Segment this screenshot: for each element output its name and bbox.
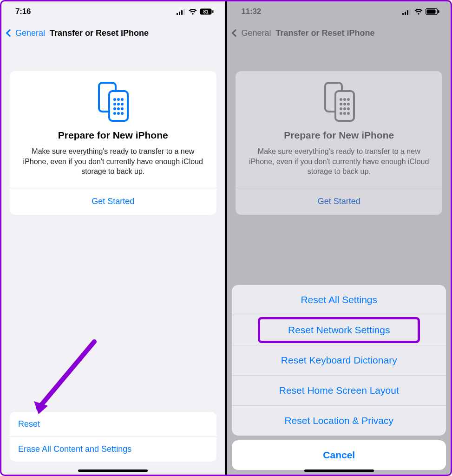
svg-point-38 [347,107,350,110]
phone-left: 7:16 81 General Transfer or Reset iPhone [1,1,225,475]
battery-icon [426,8,439,15]
svg-point-8 [113,98,116,101]
transfer-icon [320,82,359,121]
card-description: Make sure everything's ready to transfer… [245,146,433,177]
svg-point-36 [340,107,342,110]
svg-point-15 [117,107,120,110]
svg-rect-23 [407,10,408,15]
svg-rect-3 [183,9,185,15]
action-sheet: Reset All SettingsReset Network Settings… [232,285,446,470]
svg-rect-29 [335,91,354,121]
svg-rect-27 [438,10,439,13]
page-title: Transfer or Reset iPhone [276,28,375,38]
svg-rect-1 [179,12,180,15]
svg-point-31 [343,98,346,101]
svg-point-16 [121,107,124,110]
svg-rect-7 [109,91,128,121]
card-description: Make sure everything's ready to transfer… [19,146,207,177]
svg-point-35 [347,103,350,106]
sheet-option-2[interactable]: Reset Keyboard Dictionary [232,345,446,375]
page-title: Transfer or Reset iPhone [50,28,149,38]
status-icons [402,8,439,15]
prepare-card: Prepare for New iPhone Make sure everyth… [10,71,216,215]
home-indicator[interactable] [78,469,148,472]
status-time: 7:16 [15,7,31,16]
status-bar: 7:16 81 [1,1,225,22]
sheet-options-group: Reset All SettingsReset Network Settings… [232,285,446,436]
svg-point-32 [347,98,350,101]
svg-point-14 [113,107,116,110]
cancel-button[interactable]: Cancel [232,440,446,470]
chevron-left-icon [232,29,240,37]
wifi-icon [414,9,423,15]
card-title: Prepare for New iPhone [19,130,207,141]
back-button[interactable]: General [4,28,45,38]
svg-point-40 [343,112,346,115]
phone-right: 11:32 General Transfer or Reset iPhone [227,1,451,475]
highlight-annotation [258,317,420,343]
wifi-icon [189,9,197,15]
svg-point-19 [121,112,124,115]
svg-rect-0 [177,13,178,15]
arrow-annotation [25,336,108,420]
svg-rect-21 [402,13,404,15]
erase-row[interactable]: Erase All Content and Settings [10,436,216,462]
sheet-option-1[interactable]: Reset Network Settings [232,315,446,345]
svg-point-37 [343,107,346,110]
svg-point-10 [121,98,124,101]
signal-icon [402,9,412,15]
nav-bar: General Transfer or Reset iPhone [227,22,451,44]
svg-point-18 [117,112,120,115]
svg-rect-26 [427,10,436,14]
status-time: 11:32 [241,7,261,16]
svg-point-11 [113,103,116,106]
status-icons: 81 [177,8,214,15]
prepare-card: Prepare for New iPhone Make sure everyth… [236,71,442,215]
get-started-button[interactable]: Get Started [245,188,433,215]
back-label: General [15,28,45,38]
svg-point-39 [340,112,342,115]
sheet-option-3[interactable]: Reset Home Screen Layout [232,375,446,405]
svg-rect-24 [409,9,411,15]
battery-icon: 81 [200,8,214,15]
battery-level: 81 [203,9,209,14]
svg-line-20 [39,342,94,408]
svg-point-30 [340,98,342,101]
sheet-option-0[interactable]: Reset All Settings [232,285,446,315]
chevron-left-icon [6,29,14,37]
svg-point-34 [343,103,346,106]
svg-rect-22 [405,12,406,15]
reset-row[interactable]: Reset [10,412,216,436]
svg-point-13 [121,103,124,106]
back-label: General [241,28,271,38]
svg-point-41 [347,112,350,115]
transfer-icon [93,82,132,121]
reset-options-list: Reset Erase All Content and Settings [10,412,216,462]
back-button[interactable]: General [230,28,271,38]
svg-point-12 [117,103,120,106]
home-indicator[interactable] [304,469,374,472]
svg-rect-5 [212,10,214,13]
card-title: Prepare for New iPhone [245,130,433,141]
nav-bar: General Transfer or Reset iPhone [1,22,225,44]
get-started-button[interactable]: Get Started [19,188,207,215]
svg-point-33 [340,103,342,106]
status-bar: 11:32 [227,1,451,22]
sheet-option-4[interactable]: Reset Location & Privacy [232,405,446,436]
svg-point-9 [117,98,120,101]
svg-point-17 [113,112,116,115]
svg-rect-2 [181,10,183,15]
signal-icon [177,9,186,15]
